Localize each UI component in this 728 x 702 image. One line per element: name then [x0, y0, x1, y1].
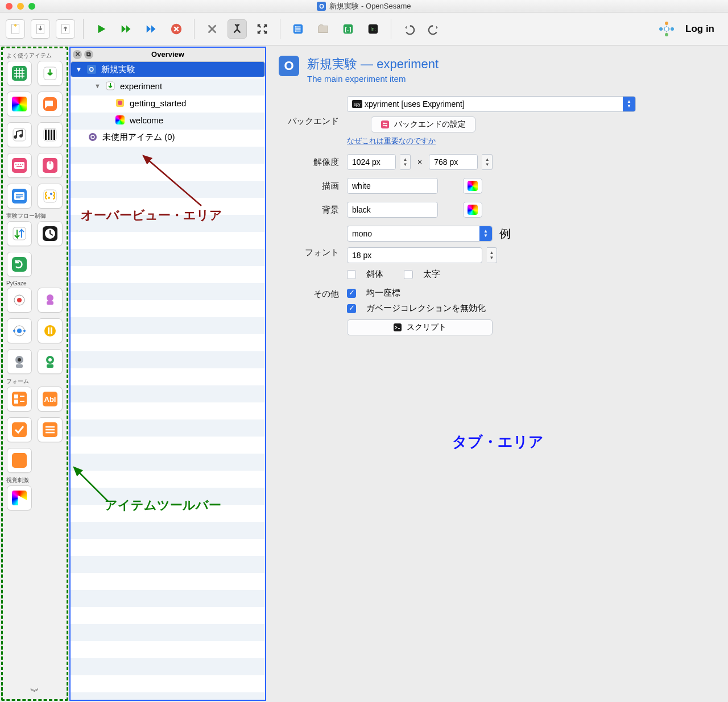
delay-item-icon[interactable]	[38, 221, 63, 246]
form-text-icon[interactable]: AbI	[38, 387, 63, 412]
backend-select[interactable]: xpy xpyriment [uses Expyriment] ▲▼	[347, 96, 636, 112]
resolution-width-stepper[interactable]: ▲▼	[400, 154, 411, 170]
overview-titlebar: ✕ ⧉ Overview	[71, 48, 265, 61]
font-size-input[interactable]	[347, 247, 482, 263]
backend-settings-label: バックエンドの設定	[394, 119, 466, 130]
feedback-item-icon[interactable]	[38, 92, 63, 117]
form-base-icon[interactable]	[7, 387, 32, 412]
svg-point-33	[48, 197, 50, 199]
undo-button[interactable]	[399, 19, 419, 39]
loop-item-icon[interactable]	[7, 61, 32, 86]
uniform-coord-checkbox[interactable]	[347, 289, 356, 298]
form-consent-icon[interactable]	[7, 417, 32, 442]
tab-area-annotation: タブ・エリア	[267, 432, 728, 452]
category-form: フォーム	[6, 377, 65, 385]
save-file-button[interactable]	[56, 19, 75, 39]
fullscreen-button[interactable]	[253, 19, 272, 39]
font-italic-checkbox[interactable]	[347, 270, 356, 279]
file-pool-button[interactable]	[313, 19, 333, 39]
svg-point-15	[665, 33, 668, 36]
sampler-item-icon[interactable]	[7, 122, 32, 147]
pygaze-stop-icon[interactable]	[38, 349, 63, 374]
tree-trash[interactable]: 未使用アイテム (0)	[71, 128, 265, 146]
item-toolbar: よく使うアイテム 実験フロー制御 PyGaze	[1, 47, 68, 701]
coroutines-item-icon[interactable]	[7, 221, 32, 246]
backend-why-link[interactable]: なぜこれは重要なのですか	[347, 136, 436, 146]
overview-tree[interactable]: ▼ O 新規実験 ▼ experiment getting_started we…	[71, 61, 265, 700]
font-size-stepper[interactable]: ▲▼	[487, 247, 497, 263]
inline-script-item-icon[interactable]	[38, 184, 63, 209]
overview-panel: ✕ ⧉ Overview ▼ O 新規実験 ▼ experiment getti…	[69, 47, 266, 701]
terminal-button[interactable]: In:	[363, 19, 383, 39]
svg-point-13	[665, 22, 668, 25]
category-flow: 実験フロー制御	[6, 212, 65, 220]
redo-button[interactable]	[424, 19, 444, 39]
pygaze-pause-icon[interactable]	[38, 318, 63, 343]
sketchpad-item-icon[interactable]	[7, 92, 32, 117]
pygaze-init-icon[interactable]	[7, 288, 32, 313]
run-quick-button[interactable]	[142, 19, 161, 39]
category-frequent: よく使うアイテム	[6, 52, 65, 60]
panel-detach-icon[interactable]: ⧉	[84, 50, 93, 59]
pygaze-start-icon[interactable]	[7, 318, 32, 343]
resolution-height-stepper[interactable]: ▲▼	[482, 154, 493, 170]
login-button[interactable]: Log in	[685, 23, 714, 35]
keyboard-item-icon[interactable]	[7, 153, 32, 178]
background-color-picker[interactable]	[463, 202, 482, 218]
tree-root[interactable]: ▼ O 新規実験	[71, 61, 265, 77]
close-tab-button[interactable]	[202, 19, 222, 39]
expand-chevron-icon[interactable]: ︾	[3, 686, 67, 698]
svg-point-12	[664, 27, 669, 31]
window-titlebar: O 新規実験 - OpenSesame	[0, 0, 728, 13]
tree-welcome[interactable]: welcome	[71, 111, 265, 128]
media-player-icon[interactable]	[7, 485, 32, 510]
form-multiple-icon[interactable]	[38, 417, 63, 442]
sequence-item-icon[interactable]	[38, 61, 63, 86]
open-file-button[interactable]	[31, 19, 50, 39]
svg-point-5	[295, 26, 296, 27]
category-pygaze: PyGaze	[6, 280, 65, 286]
svg-text:[..]: [..]	[345, 26, 351, 32]
gc-checkbox[interactable]	[347, 304, 356, 313]
svg-rect-51	[16, 364, 23, 368]
tree-experiment[interactable]: ▼ experiment	[71, 77, 265, 94]
variables-button[interactable]	[288, 19, 308, 39]
synth-item-icon[interactable]	[38, 122, 63, 147]
run-fast-button[interactable]	[117, 19, 136, 39]
merge-button[interactable]	[228, 19, 247, 39]
logger-item-icon[interactable]	[7, 184, 32, 209]
pygaze-log-icon[interactable]	[7, 349, 32, 374]
new-file-button[interactable]	[6, 19, 25, 39]
misc-label: その他	[279, 288, 347, 300]
resolution-height-input[interactable]	[429, 154, 478, 170]
svg-rect-62	[12, 453, 27, 468]
svg-point-40	[47, 294, 53, 301]
form-blank-icon[interactable]	[7, 448, 32, 473]
stop-button[interactable]	[167, 19, 186, 39]
font-bold-checkbox[interactable]	[404, 270, 413, 279]
svg-text:xpy: xpy	[354, 102, 361, 107]
foreground-color-picker[interactable]	[463, 178, 482, 194]
background-input[interactable]	[347, 202, 438, 218]
script-button[interactable]: スクリプト	[347, 319, 493, 335]
repeat-item-icon[interactable]	[7, 252, 32, 277]
svg-rect-57	[14, 400, 18, 404]
backend-selected: xpyriment [uses Expyriment]	[365, 99, 465, 109]
network-icon[interactable]	[657, 19, 676, 39]
foreground-input[interactable]	[347, 178, 438, 194]
resolution-label: 解像度	[279, 157, 347, 168]
svg-point-50	[18, 358, 21, 362]
run-button[interactable]	[92, 19, 111, 39]
panel-close-icon[interactable]: ✕	[73, 50, 82, 59]
font-family-select[interactable]: mono ▲▼	[347, 226, 493, 242]
resolution-width-input[interactable]	[347, 154, 396, 170]
mouse-item-icon[interactable]	[38, 153, 63, 178]
tree-getting-started[interactable]: getting_started	[71, 94, 265, 111]
category-visual: 視覚刺激	[6, 476, 65, 484]
backend-settings-button[interactable]: バックエンドの設定	[371, 117, 475, 132]
console-button[interactable]: [..]	[338, 19, 358, 39]
svg-rect-25	[53, 130, 55, 140]
svg-rect-48	[51, 327, 52, 334]
pygaze-drift-icon[interactable]	[38, 288, 63, 313]
font-label: フォント	[279, 247, 347, 258]
